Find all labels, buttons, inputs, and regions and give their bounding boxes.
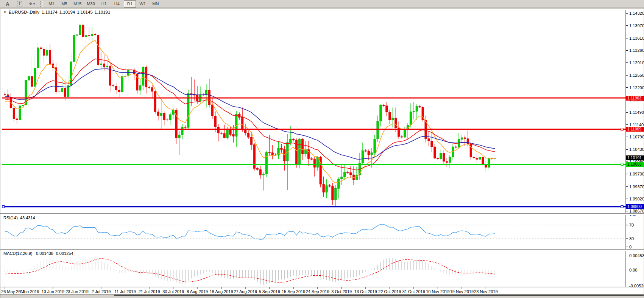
candle-body xyxy=(362,151,363,163)
candle-body xyxy=(226,130,228,138)
timeframe-button-H1[interactable]: H1 xyxy=(98,0,110,8)
price-tick-label: 1.10430 xyxy=(629,147,644,152)
toolbar-grip[interactable] xyxy=(40,1,43,7)
horizontal-scroll-strip[interactable] xyxy=(0,294,644,298)
date-axis[interactable]: 26 May 20194 Jun 201913 Jun 201923 Jun 2… xyxy=(0,287,644,294)
candle-body xyxy=(380,105,382,121)
candle-body xyxy=(281,148,282,150)
candlestick-series xyxy=(4,20,496,207)
swing-low-line-handle-left[interactable] xyxy=(2,205,5,208)
macd-signal-line xyxy=(5,259,495,282)
candle-body xyxy=(88,36,90,36)
candle-body xyxy=(431,141,433,147)
timeframe-button-M30[interactable]: M30 xyxy=(84,0,97,8)
price-tick-label: 1.10790 xyxy=(629,135,644,139)
chart-canvas[interactable]: 1.143201.139701.136101.132601.129101.125… xyxy=(0,9,644,295)
candle-body xyxy=(371,153,373,155)
candle-body xyxy=(103,64,105,67)
candle-body xyxy=(446,161,448,163)
candle-body xyxy=(301,140,303,154)
scroll-position-bar[interactable] xyxy=(114,295,644,296)
candle-body xyxy=(19,106,21,120)
candle-body xyxy=(262,174,264,175)
candle-body xyxy=(160,113,162,115)
candle-body xyxy=(268,152,270,153)
timeframe-button-D1[interactable]: D1 xyxy=(124,0,136,8)
candle-body xyxy=(118,90,120,92)
candle-body xyxy=(181,127,183,135)
candle-body xyxy=(419,107,421,107)
shapes-tool-button[interactable]: ❖▾ xyxy=(26,0,38,8)
dropdown-caret-icon[interactable]: ▾ xyxy=(33,2,35,6)
rsi-line xyxy=(5,224,495,239)
candle-body xyxy=(383,105,385,106)
support-line-handle-right[interactable] xyxy=(621,163,623,165)
pane-separator-rsi[interactable] xyxy=(0,213,644,215)
candle-body xyxy=(28,76,30,80)
candle-body xyxy=(112,85,114,86)
date-label: 23 Jun 2019 xyxy=(65,289,89,294)
swing-low-line-handle-right[interactable] xyxy=(621,205,623,208)
candle-body xyxy=(157,112,159,115)
text-tool-button[interactable]: T xyxy=(14,0,26,8)
timeframe-button-M5[interactable]: M5 xyxy=(58,0,70,8)
timeframe-button-M15[interactable]: M15 xyxy=(71,0,84,8)
candle-body xyxy=(34,68,36,87)
price-tick-label: 1.13610 xyxy=(629,36,644,40)
price-badge-swing-low: 1.08800 xyxy=(626,204,644,209)
price-tick-label: 1.13260 xyxy=(629,48,644,53)
candle-body xyxy=(479,157,481,160)
date-label: 13 Jun 2019 xyxy=(42,289,65,294)
candle-body xyxy=(467,139,469,144)
candle-body xyxy=(437,158,439,159)
candle-body xyxy=(416,107,418,112)
hline-objects[interactable] xyxy=(2,98,626,208)
candle-body xyxy=(310,158,312,159)
candle-body xyxy=(79,25,81,35)
candle-body xyxy=(223,133,225,138)
text-label-tool-button[interactable]: A xyxy=(2,0,14,8)
timeframe-button-M1[interactable]: M1 xyxy=(45,0,58,8)
macd-pane-label: MACD(12,26,9) -0.001438 -0.001254 xyxy=(3,251,73,256)
candle-body xyxy=(220,133,222,133)
chart-dropdown-icon[interactable]: ▼ xyxy=(3,11,6,14)
chart-window[interactable]: ▼ EURUSD-,Daily 1.10174 1.10194 1.10145 … xyxy=(0,8,644,298)
toolbar: AT❖▾ M1M5M15M30H1H4D1W1MN xyxy=(0,0,644,8)
macd-axis-label: 0.004536 xyxy=(629,253,644,258)
candle-body xyxy=(329,186,331,186)
candle-body xyxy=(31,76,33,87)
candle-body xyxy=(94,34,96,35)
candle-body xyxy=(343,172,345,177)
candle-body xyxy=(346,172,348,173)
timeframe-button-H4[interactable]: H4 xyxy=(111,0,123,8)
date-label: 27 Aug 2019 xyxy=(234,289,257,294)
date-label: 18 Aug 2019 xyxy=(210,289,233,294)
candle-body xyxy=(76,35,78,36)
candle-body xyxy=(323,184,324,192)
date-label: 19 Nov 2019 xyxy=(450,289,474,294)
candle-body xyxy=(298,140,300,164)
candle-body xyxy=(229,130,231,135)
price-axis[interactable]: 1.143201.139701.136101.132601.129101.125… xyxy=(626,10,644,288)
date-label: 28 Nov 2019 xyxy=(474,289,497,294)
timeframe-button-MN[interactable]: MN xyxy=(150,0,162,8)
candle-body xyxy=(293,139,295,140)
price-tick-label: 1.12550 xyxy=(629,73,644,78)
date-label: 3 Oct 2019 xyxy=(331,289,352,294)
candle-body xyxy=(16,119,18,120)
candle-body xyxy=(428,139,430,141)
price-tick-label: 1.09370 xyxy=(629,185,644,189)
candle-body xyxy=(443,153,445,161)
resistance-line-lower-handle-right[interactable] xyxy=(621,128,623,130)
timeframe-button-W1[interactable]: W1 xyxy=(137,0,149,8)
price-badge-resistance-upper: 1.11903 xyxy=(626,96,644,101)
candle-body xyxy=(154,92,156,112)
price-tick-label: 1.09730 xyxy=(629,172,644,176)
pane-separator-macd[interactable] xyxy=(0,249,644,251)
chart-svg: 1.143201.139701.136101.132601.129101.125… xyxy=(0,9,644,295)
candle-body xyxy=(37,48,39,68)
candle-body xyxy=(91,34,93,36)
date-label: 4 Jun 2019 xyxy=(19,289,39,294)
candle-body xyxy=(295,140,297,164)
rsi-pane-label: RSI(14) 43.4314 xyxy=(3,216,35,220)
